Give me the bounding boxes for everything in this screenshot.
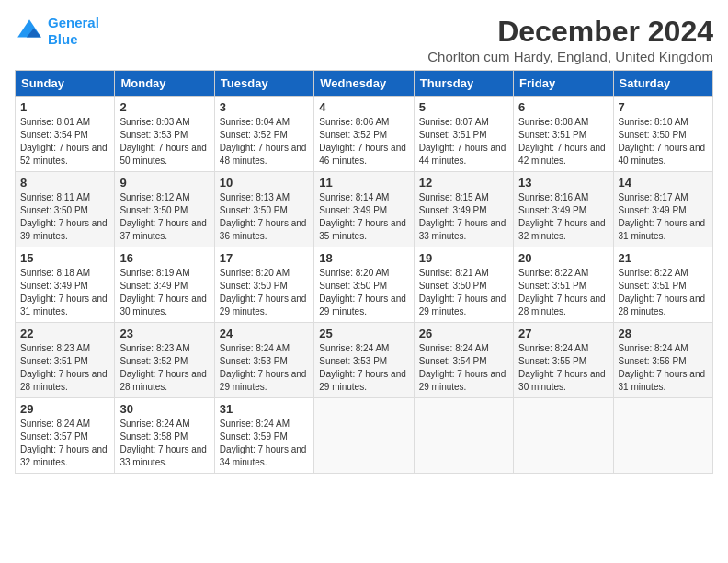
calendar-day-cell: 4 Sunrise: 8:06 AM Sunset: 3:52 PM Dayli… [314,97,414,172]
calendar-week-row: 22 Sunrise: 8:23 AM Sunset: 3:51 PM Dayl… [16,323,713,398]
day-info: Sunrise: 8:06 AM Sunset: 3:52 PM Dayligh… [319,116,408,167]
day-number: 25 [319,327,408,340]
calendar-week-row: 8 Sunrise: 8:11 AM Sunset: 3:50 PM Dayli… [16,172,713,247]
day-number: 15 [20,251,109,265]
day-number: 6 [518,100,608,114]
calendar-day-header: Friday [514,71,613,97]
day-number: 22 [20,327,109,340]
calendar-day-cell: 10 Sunrise: 8:13 AM Sunset: 3:50 PM Dayl… [214,172,313,247]
calendar-week-row: 15 Sunrise: 8:18 AM Sunset: 3:49 PM Dayl… [16,247,713,323]
day-info: Sunrise: 8:10 AM Sunset: 3:50 PM Dayligh… [619,116,708,167]
day-number: 20 [518,251,608,265]
location-subtitle: Chorlton cum Hardy, England, United King… [427,49,713,64]
day-info: Sunrise: 8:24 AM Sunset: 3:54 PM Dayligh… [419,342,508,394]
day-info: Sunrise: 8:01 AM Sunset: 3:54 PM Dayligh… [20,116,109,167]
day-info: Sunrise: 8:22 AM Sunset: 3:51 PM Dayligh… [518,267,608,318]
day-number: 23 [119,327,209,340]
day-info: Sunrise: 8:24 AM Sunset: 3:53 PM Dayligh… [319,342,408,394]
month-title: December 2024 [427,15,713,49]
day-number: 11 [319,176,408,190]
calendar-day-cell: 12 Sunrise: 8:15 AM Sunset: 3:49 PM Dayl… [414,172,513,247]
day-info: Sunrise: 8:20 AM Sunset: 3:50 PM Dayligh… [220,267,309,318]
day-number: 10 [220,176,309,190]
logo-text: General Blue [48,15,99,48]
calendar-day-cell: 11 Sunrise: 8:14 AM Sunset: 3:49 PM Dayl… [314,172,414,247]
calendar-day-cell: 26 Sunrise: 8:24 AM Sunset: 3:54 PM Dayl… [414,323,513,398]
day-number: 5 [419,100,508,114]
day-info: Sunrise: 8:16 AM Sunset: 3:49 PM Dayligh… [518,191,608,243]
calendar-day-cell: 3 Sunrise: 8:04 AM Sunset: 3:52 PM Dayli… [214,97,313,172]
day-info: Sunrise: 8:24 AM Sunset: 3:57 PM Dayligh… [20,418,109,469]
calendar-day-cell: 6 Sunrise: 8:08 AM Sunset: 3:51 PM Dayli… [514,97,613,172]
calendar-body: 1 Sunrise: 8:01 AM Sunset: 3:54 PM Dayli… [16,97,713,474]
calendar-day-cell: 14 Sunrise: 8:17 AM Sunset: 3:49 PM Dayl… [613,172,712,247]
day-number: 8 [20,176,109,190]
day-info: Sunrise: 8:15 AM Sunset: 3:49 PM Dayligh… [419,191,508,243]
calendar-day-header: Thursday [414,71,513,97]
calendar-day-cell: 31 Sunrise: 8:24 AM Sunset: 3:59 PM Dayl… [214,398,313,474]
calendar-day-header: Tuesday [214,71,313,97]
day-info: Sunrise: 8:03 AM Sunset: 3:53 PM Dayligh… [119,116,209,167]
calendar-day-cell [613,398,712,474]
calendar-day-header: Wednesday [314,71,414,97]
day-number: 4 [319,100,408,114]
day-info: Sunrise: 8:24 AM Sunset: 3:55 PM Dayligh… [518,342,608,394]
day-number: 30 [119,402,209,416]
day-info: Sunrise: 8:12 AM Sunset: 3:50 PM Dayligh… [119,191,209,243]
calendar-week-row: 29 Sunrise: 8:24 AM Sunset: 3:57 PM Dayl… [16,398,713,474]
calendar-day-cell: 19 Sunrise: 8:21 AM Sunset: 3:50 PM Dayl… [414,247,513,323]
calendar-day-cell [514,398,613,474]
day-info: Sunrise: 8:04 AM Sunset: 3:52 PM Dayligh… [220,116,309,167]
calendar-week-row: 1 Sunrise: 8:01 AM Sunset: 3:54 PM Dayli… [16,97,713,172]
calendar-table: SundayMondayTuesdayWednesdayThursdayFrid… [15,70,713,474]
calendar-header-row: SundayMondayTuesdayWednesdayThursdayFrid… [16,71,713,97]
day-number: 7 [619,100,708,114]
day-info: Sunrise: 8:22 AM Sunset: 3:51 PM Dayligh… [619,267,708,318]
day-info: Sunrise: 8:21 AM Sunset: 3:50 PM Dayligh… [419,267,508,318]
logo-line1: General [48,15,99,30]
calendar-day-header: Sunday [16,71,115,97]
calendar-day-cell: 28 Sunrise: 8:24 AM Sunset: 3:56 PM Dayl… [613,323,712,398]
day-info: Sunrise: 8:23 AM Sunset: 3:52 PM Dayligh… [119,342,209,394]
day-info: Sunrise: 8:17 AM Sunset: 3:49 PM Dayligh… [619,191,708,243]
day-number: 31 [220,402,309,416]
day-number: 26 [419,327,508,340]
calendar-day-cell: 8 Sunrise: 8:11 AM Sunset: 3:50 PM Dayli… [16,172,115,247]
day-info: Sunrise: 8:24 AM Sunset: 3:58 PM Dayligh… [119,418,209,469]
day-number: 18 [319,251,408,265]
day-info: Sunrise: 8:24 AM Sunset: 3:56 PM Dayligh… [619,342,708,394]
day-number: 28 [619,327,708,340]
day-info: Sunrise: 8:07 AM Sunset: 3:51 PM Dayligh… [419,116,508,167]
calendar-day-cell: 29 Sunrise: 8:24 AM Sunset: 3:57 PM Dayl… [16,398,115,474]
calendar-day-cell: 1 Sunrise: 8:01 AM Sunset: 3:54 PM Dayli… [16,97,115,172]
day-number: 9 [119,176,209,190]
calendar-day-cell: 15 Sunrise: 8:18 AM Sunset: 3:49 PM Dayl… [16,247,115,323]
day-info: Sunrise: 8:20 AM Sunset: 3:50 PM Dayligh… [319,267,408,318]
logo-line2: Blue [48,31,78,47]
day-number: 21 [619,251,708,265]
day-info: Sunrise: 8:08 AM Sunset: 3:51 PM Dayligh… [518,116,608,167]
day-number: 19 [419,251,508,265]
calendar-day-cell: 2 Sunrise: 8:03 AM Sunset: 3:53 PM Dayli… [115,97,214,172]
page-header: General Blue December 2024 Chorlton cum … [15,15,713,64]
day-number: 27 [518,327,608,340]
day-info: Sunrise: 8:18 AM Sunset: 3:49 PM Dayligh… [20,267,109,318]
calendar-day-header: Monday [115,71,214,97]
calendar-day-cell: 25 Sunrise: 8:24 AM Sunset: 3:53 PM Dayl… [314,323,414,398]
calendar-day-cell: 27 Sunrise: 8:24 AM Sunset: 3:55 PM Dayl… [514,323,613,398]
calendar-day-cell: 22 Sunrise: 8:23 AM Sunset: 3:51 PM Dayl… [16,323,115,398]
calendar-day-cell: 7 Sunrise: 8:10 AM Sunset: 3:50 PM Dayli… [613,97,712,172]
day-info: Sunrise: 8:24 AM Sunset: 3:59 PM Dayligh… [220,418,309,469]
calendar-day-cell: 24 Sunrise: 8:24 AM Sunset: 3:53 PM Dayl… [214,323,313,398]
day-number: 3 [220,100,309,114]
calendar-day-cell: 21 Sunrise: 8:22 AM Sunset: 3:51 PM Dayl… [613,247,712,323]
day-number: 29 [20,402,109,416]
day-number: 17 [220,251,309,265]
calendar-day-cell: 20 Sunrise: 8:22 AM Sunset: 3:51 PM Dayl… [514,247,613,323]
day-number: 1 [20,100,109,114]
calendar-day-cell: 17 Sunrise: 8:20 AM Sunset: 3:50 PM Dayl… [214,247,313,323]
day-number: 2 [119,100,209,114]
calendar-day-cell: 9 Sunrise: 8:12 AM Sunset: 3:50 PM Dayli… [115,172,214,247]
day-info: Sunrise: 8:11 AM Sunset: 3:50 PM Dayligh… [20,191,109,243]
calendar-day-header: Saturday [613,71,712,97]
